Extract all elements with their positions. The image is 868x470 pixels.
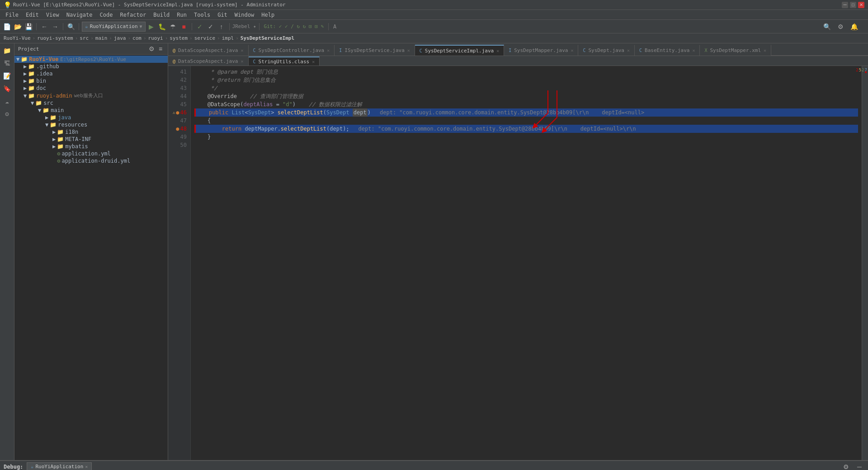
search-button[interactable]: 🔍	[822, 22, 832, 32]
bc-module[interactable]: ruoyi-system	[37, 35, 73, 41]
tab-datascope[interactable]: @ DataScopeAspect.java ✕	[168, 45, 249, 56]
tree-mybatis[interactable]: ▶ 📁 mybatis	[14, 143, 168, 150]
menu-bar: File Edit View Navigate Code Refactor Bu…	[0, 10, 868, 20]
bc-system[interactable]: system	[170, 35, 188, 41]
bc-com[interactable]: com	[132, 35, 142, 41]
sidebar-icon-structure[interactable]: 🏗	[2, 58, 13, 69]
tree-application-yml[interactable]: ▶ ⚙ application.yml	[14, 150, 168, 157]
sidebar-icon-project[interactable]: 📁	[2, 45, 13, 56]
minimize-button[interactable]: ─	[842, 2, 848, 8]
git-commit-button[interactable]: ✓	[206, 22, 216, 32]
sidebar-icon-commit[interactable]: 📝	[2, 70, 13, 81]
left-sidebar-icons: 📁 🏗 📝 🔖 ☁ ⚙	[0, 43, 14, 460]
save-button[interactable]: 💾	[24, 22, 33, 32]
bc-src[interactable]: src	[80, 35, 89, 41]
debug-panel: Debug: ☕ RuoYiApplication ✕ ⚙ ─ Debugger…	[0, 460, 868, 470]
bc-main[interactable]: main	[95, 35, 108, 41]
git-update-button[interactable]: ✓	[195, 22, 205, 32]
menu-help[interactable]: Help	[258, 11, 278, 19]
code-content[interactable]: * @param dept 部门信息 * @return 部门信息集合 */ @…	[191, 66, 862, 460]
bc-project[interactable]: RuoYi-Vue	[4, 35, 31, 41]
tab-sysdeptserviceimpl[interactable]: C SysDeptServiceImpl.java ✕	[415, 45, 504, 56]
code-line-41: * @param dept 部门信息	[194, 68, 858, 76]
sidebar-icon-aws[interactable]: ☁	[2, 96, 13, 107]
menu-window[interactable]: Window	[231, 11, 258, 19]
code-line-42: * @return 部门信息集合	[194, 76, 858, 84]
tab-isysdeptservice[interactable]: I ISysDeptService.java ✕	[335, 45, 415, 56]
bc-impl[interactable]: impl	[222, 35, 234, 41]
code-editor: 41 42 43 44 45 ⚠ ●46 47 ●48 49 50	[168, 66, 868, 460]
project-panel: Project ⚙ ≡ ▼ 📁 RuoYi-Vue E:\gitRepos2\R…	[14, 43, 168, 460]
tree-meta-inf[interactable]: ▶ 📁 META-INF	[14, 136, 168, 143]
menu-navigate[interactable]: Navigate	[63, 11, 96, 19]
maximize-button[interactable]: □	[850, 2, 856, 8]
menu-file[interactable]: File	[2, 11, 22, 19]
git-push-button[interactable]: ↑	[217, 22, 226, 32]
sidebar-icon-bookmarks[interactable]: 🔖	[2, 83, 13, 94]
line-numbers: 41 42 43 44 45 ⚠ ●46 47 ●48 49 50	[168, 66, 191, 460]
menu-refactor[interactable]: Refactor	[116, 11, 150, 19]
tab-sysdept[interactable]: C SysDept.java ✕	[578, 45, 635, 56]
debug-config-dropdown[interactable]: ☕ RuoYiApplication ✕	[27, 462, 92, 470]
tree-i18n[interactable]: ▶ 📁 i18n	[14, 128, 168, 136]
tree-main[interactable]: ▼ 📁 main	[14, 107, 168, 114]
tree-github[interactable]: ▶ 📁 .github	[14, 63, 168, 70]
tree-application-druid-yml[interactable]: ▶ ⚙ application-druid.yml	[14, 157, 168, 164]
tree-idea[interactable]: ▶ 📁 .idea	[14, 70, 168, 77]
debug-minimize[interactable]: ─	[854, 462, 864, 470]
back-button[interactable]: ←	[39, 22, 49, 32]
menu-git[interactable]: Git	[214, 11, 231, 19]
run-button[interactable]: ▶	[146, 22, 156, 32]
tree-java[interactable]: ▶ 📁 java	[14, 114, 168, 121]
sidebar-icon-gradle[interactable]: ⚙	[2, 108, 13, 119]
tree-root[interactable]: ▼ 📁 RuoYi-Vue E:\gitRepos2\RuoYi-Vue	[14, 56, 168, 63]
close-button[interactable]: ✕	[858, 2, 864, 8]
menu-build[interactable]: Build	[150, 11, 173, 19]
tree-bin[interactable]: ▶ 📁 bin	[14, 77, 168, 85]
menu-view[interactable]: View	[42, 11, 63, 19]
menu-tools[interactable]: Tools	[190, 11, 214, 19]
settings-button[interactable]: ⚙	[835, 22, 845, 32]
editor-area: @ DataScopeAspect.java ✕ C SysDeptContro…	[168, 43, 868, 460]
coverage-button[interactable]: ☂	[168, 22, 178, 32]
menu-run[interactable]: Run	[173, 11, 190, 19]
code-line-46: public List<SysDept> selectDeptList(SysD…	[194, 108, 858, 117]
tab-sysdeptmapper[interactable]: I SysDeptMapper.java ✕	[504, 45, 578, 56]
notifications-button[interactable]: 🔔	[849, 22, 859, 32]
tab-datascope2[interactable]: @ DataScopeAspect.java ✕	[168, 56, 249, 66]
search-everywhere-button[interactable]: 🔍	[66, 22, 76, 32]
project-collapse-button[interactable]: ≡	[157, 45, 164, 52]
open-button[interactable]: 📂	[13, 22, 23, 32]
code-line-48: return deptMapper.selectDeptList(dept); …	[194, 125, 858, 133]
tab-stringutils[interactable]: C StringUtils.class ✕	[249, 56, 320, 66]
bc-ruoyi[interactable]: ruoyi	[148, 35, 163, 41]
new-button[interactable]: 📄	[2, 22, 12, 32]
tree-doc[interactable]: ▶ 📁 doc	[14, 85, 168, 92]
main-layout: 📁 🏗 📝 🔖 ☁ ⚙ Project ⚙ ≡ ▼ 📁 RuoYi-Vue E:…	[0, 43, 868, 460]
stop-button[interactable]: ■	[179, 22, 189, 32]
tree-ruoyi-admin[interactable]: ▼ 📁 ruoyi-admin web服务入口	[14, 92, 168, 99]
tab-sysdeptcontroller[interactable]: C SysDeptController.java ✕	[249, 45, 335, 56]
breadcrumb: RuoYi-Vue › ruoyi-system › src › main › …	[0, 33, 868, 43]
tab-baseentity[interactable]: C BaseEntity.java ✕	[635, 45, 700, 56]
menu-code[interactable]: Code	[96, 11, 117, 19]
tree-resources[interactable]: ▼ 📁 resources	[14, 121, 168, 128]
tab-sysdeptmapperxml[interactable]: X SysDeptMapper.xml ✕	[700, 45, 771, 56]
project-settings-button[interactable]: ⚙	[148, 45, 155, 52]
bc-service[interactable]: service	[194, 35, 215, 41]
debug-button[interactable]: 🐛	[157, 22, 167, 32]
title-bar: 💡 RuoYi-Vue [E:\gitRepos2\RuoYi-Vue] - S…	[0, 0, 868, 10]
code-line-43: */	[194, 84, 858, 92]
project-panel-header: Project ⚙ ≡	[14, 43, 168, 55]
debug-settings[interactable]: ⚙	[841, 462, 851, 470]
menu-edit[interactable]: Edit	[22, 11, 42, 19]
run-config-dropdown[interactable]: ☕ RuoYiApplication ▼	[82, 22, 146, 32]
project-title: Project	[18, 46, 39, 52]
forward-button[interactable]: →	[50, 22, 60, 32]
project-tree: ▼ 📁 RuoYi-Vue E:\gitRepos2\RuoYi-Vue ▶ 📁…	[14, 55, 168, 460]
bc-java[interactable]: java	[114, 35, 126, 41]
tree-src[interactable]: ▼ 📁 src	[14, 99, 168, 107]
code-line-44: @Override // 查询部门管理数据	[194, 92, 858, 100]
code-line-50	[194, 141, 858, 149]
bc-class[interactable]: SysDeptServiceImpl	[241, 35, 294, 41]
